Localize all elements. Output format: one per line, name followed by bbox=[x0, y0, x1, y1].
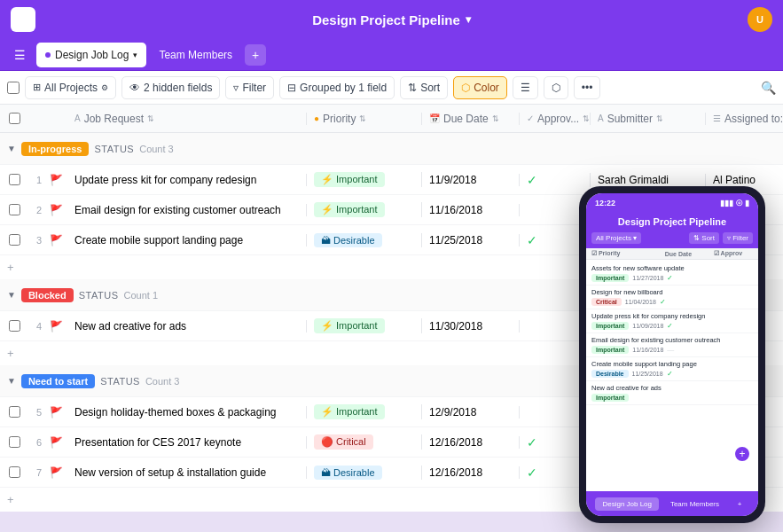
row-priority-2[interactable]: ⚡ Important bbox=[307, 202, 422, 217]
row-priority-5[interactable]: ⚡ Important bbox=[307, 404, 422, 419]
sort-icon: ⇅ bbox=[408, 82, 417, 94]
mobile-row-meta: Important bbox=[591, 394, 753, 402]
row-flag-3[interactable]: 🚩 bbox=[50, 234, 67, 246]
mobile-tab-team-members[interactable]: Team Members bbox=[663, 497, 726, 511]
row-flag-2[interactable]: 🚩 bbox=[50, 204, 67, 216]
add-tab-button[interactable]: + bbox=[245, 44, 266, 66]
row-check-7[interactable] bbox=[0, 466, 28, 478]
group-icon: ⊟ bbox=[287, 82, 296, 94]
mobile-add-tab-button[interactable]: + bbox=[731, 497, 749, 511]
row-flag-4[interactable]: 🚩 bbox=[50, 320, 67, 332]
mobile-all-projects-btn[interactable]: All Projects ▾ bbox=[591, 232, 641, 244]
row-job-7[interactable]: New version of setup & installation guid… bbox=[67, 466, 307, 479]
row-job-6[interactable]: Presentation for CES 2017 keynote bbox=[67, 436, 307, 449]
row-priority-6[interactable]: 🔴 Critical bbox=[307, 434, 422, 450]
mobile-sort-label: ⇅ Sort bbox=[693, 234, 715, 242]
row-flag-6[interactable]: 🚩 bbox=[50, 436, 67, 449]
row-duedate-3: 11/25/2018 bbox=[422, 234, 520, 246]
mobile-row-meta: Important 11/27/2018 ✓ bbox=[591, 274, 753, 282]
tab-design-job-log[interactable]: Design Job Log ▾ bbox=[36, 43, 146, 67]
row-job-4[interactable]: New ad creative for ads bbox=[67, 320, 307, 332]
job-request-label: Job Request bbox=[84, 113, 144, 125]
sort-approv-icon[interactable]: ⇅ bbox=[583, 114, 590, 123]
assigned-value-1: Al Patino bbox=[713, 174, 756, 186]
priority-col-icon: ● bbox=[314, 113, 319, 123]
grouped-by-button[interactable]: ⊟ Grouped by 1 field bbox=[279, 76, 395, 99]
header-assigned[interactable]: ☰ Assigned to: ⇅ bbox=[706, 113, 783, 125]
row-check-4[interactable] bbox=[0, 320, 28, 332]
app-logo: ✦ bbox=[11, 7, 35, 32]
row-number-2: 2 bbox=[36, 205, 42, 215]
sort-priority-icon[interactable]: ⇅ bbox=[359, 114, 366, 123]
row-priority-4[interactable]: ⚡ Important bbox=[307, 318, 422, 333]
row-job-2[interactable]: Email design for existing customer outre… bbox=[67, 204, 307, 216]
tab-team-members[interactable]: Team Members bbox=[150, 43, 241, 67]
tab-dot bbox=[45, 52, 51, 58]
hidden-fields-button[interactable]: 👁 2 hidden fields bbox=[121, 76, 220, 99]
row-check-5[interactable] bbox=[0, 406, 28, 418]
header-approv[interactable]: ✓ Approv... ⇅ bbox=[520, 113, 591, 125]
mobile-list-item[interactable]: Design for new billboard Critical 11/04/… bbox=[586, 286, 758, 309]
header-checkbox[interactable] bbox=[9, 113, 20, 124]
sort-job-icon[interactable]: ⇅ bbox=[147, 114, 154, 123]
color-button[interactable]: ⬡ Color bbox=[453, 76, 507, 99]
mobile-list-item[interactable]: New ad creative for ads Important bbox=[586, 381, 758, 405]
group-chevron-blocked[interactable]: ▼ bbox=[7, 290, 16, 300]
mobile-row-meta: Important 11/09/2018 ✓ bbox=[591, 322, 753, 330]
row-flag-5[interactable]: 🚩 bbox=[50, 406, 67, 419]
mobile-tab-job-log[interactable]: Design Job Log bbox=[595, 497, 659, 511]
hamburger-button[interactable]: ☰ bbox=[7, 44, 33, 66]
more-button[interactable]: ••• bbox=[574, 76, 601, 99]
due-date-label: Due Date bbox=[443, 113, 489, 125]
header-job-request[interactable]: A Job Request ⇅ bbox=[67, 113, 307, 125]
calendar-icon: 📅 bbox=[429, 113, 440, 123]
row-job-1[interactable]: Update press kit for company redesign bbox=[67, 174, 307, 186]
row-flag-1[interactable]: 🚩 bbox=[50, 174, 67, 186]
row-duedate-4: 11/30/2018 bbox=[422, 320, 520, 332]
mobile-col-headers: ☑ Priority Due Date ☑ Approv bbox=[586, 248, 758, 260]
job-title-5: Design holiday-themed boxes & packaging bbox=[74, 406, 276, 419]
row-job-5[interactable]: Design holiday-themed boxes & packaging bbox=[67, 406, 307, 419]
mobile-check-icon: ✓ bbox=[667, 322, 673, 330]
row-number-3: 3 bbox=[36, 235, 42, 246]
filter-button[interactable]: ▿ Filter bbox=[225, 76, 274, 99]
mobile-list-item[interactable]: Update press kit for company redesign Im… bbox=[586, 309, 758, 333]
row-check-6[interactable] bbox=[0, 436, 28, 448]
fields-button[interactable]: ☰ bbox=[513, 76, 538, 99]
mobile-filter-btn[interactable]: ▿ Filter bbox=[723, 232, 753, 244]
row-priority-3[interactable]: 🏔 Desirable bbox=[307, 233, 422, 247]
sort-submitter-icon[interactable]: ⇅ bbox=[656, 114, 663, 123]
title-dropdown-icon[interactable]: ▾ bbox=[466, 13, 471, 26]
mobile-date: 11/09/2018 bbox=[632, 323, 663, 329]
tab-label-job-log: Design Job Log bbox=[55, 49, 129, 61]
user-avatar[interactable]: U bbox=[748, 7, 772, 32]
group-chevron-need-start[interactable]: ▼ bbox=[7, 376, 16, 386]
select-all-checkbox[interactable] bbox=[7, 82, 20, 94]
header-submitter[interactable]: A Submitter ⇅ bbox=[591, 113, 706, 125]
share-button[interactable]: ⬡ bbox=[544, 76, 568, 99]
row-priority-1[interactable]: ⚡ Important bbox=[307, 172, 422, 187]
mobile-sort-btn[interactable]: ⇅ Sort bbox=[689, 232, 719, 244]
sort-button[interactable]: ⇅ Sort bbox=[400, 76, 448, 99]
header-check[interactable] bbox=[0, 113, 28, 124]
all-projects-button[interactable]: ⊞ All Projects ⚙ bbox=[25, 76, 116, 99]
mobile-list-item[interactable]: Create mobile support landing page Desir… bbox=[586, 357, 758, 381]
mobile-list-item[interactable]: Assets for new software update Important… bbox=[586, 262, 758, 286]
group-chevron-in-progress[interactable]: ▼ bbox=[7, 144, 16, 153]
mobile-col2-label: Due Date bbox=[665, 251, 692, 257]
mobile-fab-button[interactable]: + bbox=[733, 445, 751, 463]
header-priority[interactable]: ● Priority ⇅ bbox=[307, 113, 422, 125]
row-flag-7[interactable]: 🚩 bbox=[50, 466, 67, 479]
header-due-date[interactable]: 📅 Due Date ⇅ bbox=[422, 113, 520, 125]
row-num-4: 4 bbox=[28, 321, 50, 332]
mobile-check-icon: ✓ bbox=[660, 298, 666, 306]
row-check-1[interactable] bbox=[0, 174, 28, 185]
row-check-2[interactable] bbox=[0, 204, 28, 215]
mobile-list-item[interactable]: Email design for existing customer outre… bbox=[586, 333, 758, 357]
row-job-3[interactable]: Create mobile support landing page bbox=[67, 234, 307, 246]
row-priority-7[interactable]: 🏔 Desirable bbox=[307, 466, 422, 480]
row-num-6: 6 bbox=[28, 437, 50, 448]
search-icon[interactable]: 🔍 bbox=[761, 81, 776, 95]
row-check-3[interactable] bbox=[0, 234, 28, 246]
sort-due-icon[interactable]: ⇅ bbox=[492, 114, 499, 123]
